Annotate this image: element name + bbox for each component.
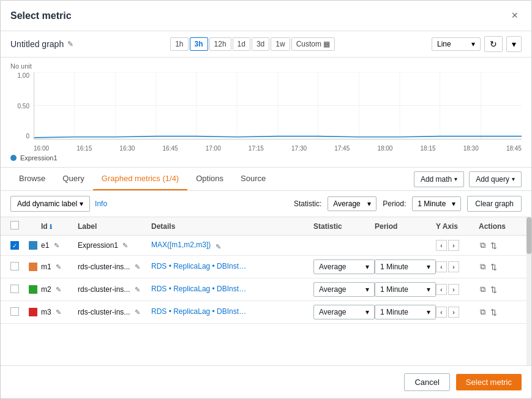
period-caret-m3: ▾ [427, 308, 430, 316]
close-button[interactable]: × [508, 8, 522, 23]
row-checkbox-m3[interactable] [10, 307, 19, 316]
copy-button-e1[interactable]: ⧉ [479, 239, 487, 252]
edit-icon-m2[interactable]: ✎ [56, 286, 61, 293]
edit-icon-m3[interactable]: ✎ [56, 308, 61, 316]
cancel-button[interactable]: Cancel [404, 373, 449, 391]
chart-type-dropdown[interactable]: Line ▾ [432, 37, 481, 51]
edit-details-icon-e1[interactable]: ✎ [215, 243, 221, 250]
time-12h[interactable]: 12h [209, 37, 231, 51]
yaxis-right-m2[interactable]: › [448, 284, 459, 295]
refresh-button[interactable]: ↻ [484, 36, 503, 52]
yaxis-right-e1[interactable]: › [448, 240, 459, 251]
move-up-button-m3[interactable]: ⇅ [489, 307, 498, 318]
row-statistic-m1: Average ▾ [313, 259, 375, 274]
legend-label-expression1: Expression1 [20, 154, 58, 162]
edit-label-icon-e1[interactable]: ✎ [122, 242, 128, 249]
color-swatch-e1[interactable] [29, 241, 37, 250]
select-all-checkbox[interactable] [10, 221, 19, 229]
tab-query[interactable]: Query [54, 168, 92, 190]
add-math-button[interactable]: Add math ▾ [414, 171, 464, 187]
edit-label-icon-m2[interactable]: ✎ [135, 286, 140, 293]
details-link-e1[interactable]: MAX([m1,m2,m3]) [151, 241, 211, 249]
info-link[interactable]: Info [95, 200, 107, 208]
details-link-m1[interactable]: RDS • ReplicaLag • DBInstanceIde.... [151, 262, 249, 270]
time-custom[interactable]: Custom ▦ [291, 37, 335, 51]
row-id-e1: e1 ✎ [41, 241, 78, 250]
color-swatch-m1[interactable] [29, 263, 37, 271]
row-checkbox-m2[interactable] [10, 285, 19, 293]
scrollbar-thumb[interactable] [526, 217, 531, 254]
action-buttons-m1: ⧉ ⇅ [479, 261, 522, 273]
statistic-dropdown-m3[interactable]: Average ▾ [313, 305, 375, 319]
graph-title-area: Untitled graph ✎ [10, 39, 73, 49]
yaxis-left-e1[interactable]: ‹ [436, 240, 447, 251]
statistic-value-m2: Average [319, 285, 346, 294]
yaxis-left-m3[interactable]: ‹ [436, 307, 447, 318]
copy-button-m1[interactable]: ⧉ [479, 261, 487, 273]
time-1h[interactable]: 1h [170, 37, 188, 51]
time-3h[interactable]: 3h [190, 37, 208, 51]
time-1w[interactable]: 1w [271, 37, 290, 51]
time-3d[interactable]: 3d [252, 37, 269, 51]
row-checkbox-e1[interactable] [10, 241, 19, 250]
edit-label-icon-m1[interactable]: ✎ [135, 263, 140, 270]
copy-button-m2[interactable]: ⧉ [479, 283, 487, 296]
period-dropdown[interactable]: 1 Minute ▾ [412, 196, 461, 211]
tab-browse[interactable]: Browse [10, 168, 54, 190]
color-swatch-m3[interactable] [29, 308, 37, 316]
statistic-dropdown-m2[interactable]: Average ▾ [313, 282, 375, 297]
move-up-button-e1[interactable]: ⇅ [489, 240, 498, 252]
period-dropdown-m3[interactable]: 1 Minute ▾ [375, 305, 436, 319]
details-link-m2[interactable]: RDS • ReplicaLag • DBInstanceIde.... [151, 285, 249, 293]
edit-icon-e1[interactable]: ✎ [54, 242, 59, 249]
id-info-icon[interactable]: ℹ [50, 223, 52, 230]
statistic-dropdown-m1[interactable]: Average ▾ [313, 259, 375, 274]
label-value-m2: rds-cluster-ins... [78, 285, 130, 294]
x-label-1845: 18:45 [506, 145, 522, 152]
legend-dot-expression1 [10, 155, 17, 161]
y-label-1: 1.00 [10, 72, 32, 79]
graph-unit-label: No unit [10, 62, 522, 70]
row-details-m2: RDS • ReplicaLag • DBInstanceIde.... [151, 285, 313, 295]
time-1d[interactable]: 1d [233, 37, 250, 51]
row-checkbox-m1[interactable] [10, 262, 19, 270]
edit-title-icon[interactable]: ✎ [67, 40, 73, 48]
select-metric-button[interactable]: Select metric [456, 374, 522, 390]
row-actions-e1: ⧉ ⇅ [479, 239, 522, 252]
modal-footer: Cancel Select metric [1, 365, 531, 398]
row-actions-m2: ⧉ ⇅ [479, 283, 522, 296]
statistic-dropdown[interactable]: Average ▾ [328, 196, 377, 211]
tab-source[interactable]: Source [232, 168, 274, 190]
move-up-button-m2[interactable]: ⇅ [489, 284, 498, 296]
copy-button-m3[interactable]: ⧉ [479, 306, 487, 318]
move-up-button-m1[interactable]: ⇅ [489, 261, 498, 273]
yaxis-left-m1[interactable]: ‹ [436, 261, 447, 272]
add-query-label: Add query [476, 175, 509, 184]
row-color-m1 [29, 263, 41, 271]
edit-icon-m1[interactable]: ✎ [56, 263, 61, 270]
row-id-m1: m1 ✎ [41, 263, 78, 271]
add-query-button[interactable]: Add query ▾ [469, 171, 522, 187]
edit-label-icon-m3[interactable]: ✎ [135, 308, 140, 316]
clear-graph-button[interactable]: Clear graph [467, 196, 522, 212]
details-link-m3[interactable]: RDS • ReplicaLag • DBInstanceIde.... [151, 307, 249, 316]
x-label-1600: 16:00 [34, 145, 49, 152]
yaxis-right-m3[interactable]: › [448, 307, 459, 318]
row-label-m3: rds-cluster-ins... ✎ [78, 308, 151, 316]
graph-options-button[interactable]: ▾ [506, 36, 522, 52]
tab-options[interactable]: Options [187, 168, 232, 190]
x-label-1745: 17:45 [334, 145, 350, 152]
yaxis-right-m1[interactable]: › [448, 261, 459, 272]
header-check [10, 221, 29, 231]
period-dropdown-m1[interactable]: 1 Minute ▾ [375, 259, 436, 274]
row-id-m2: m2 ✎ [41, 285, 78, 294]
add-dynamic-label-button[interactable]: Add dynamic label ▾ [10, 196, 90, 212]
period-dropdown-m2[interactable]: 1 Minute ▾ [375, 282, 436, 297]
yaxis-left-m2[interactable]: ‹ [436, 284, 447, 295]
metrics-toolbar: Add dynamic label ▾ Info Statistic: Aver… [1, 191, 531, 217]
label-value-m3: rds-cluster-ins... [78, 308, 130, 316]
tab-graphed-metrics[interactable]: Graphed metrics (1/4) [93, 168, 187, 190]
period-value-m1: 1 Minute [380, 263, 408, 271]
period-caret-m2: ▾ [427, 285, 430, 294]
color-swatch-m2[interactable] [29, 285, 37, 294]
